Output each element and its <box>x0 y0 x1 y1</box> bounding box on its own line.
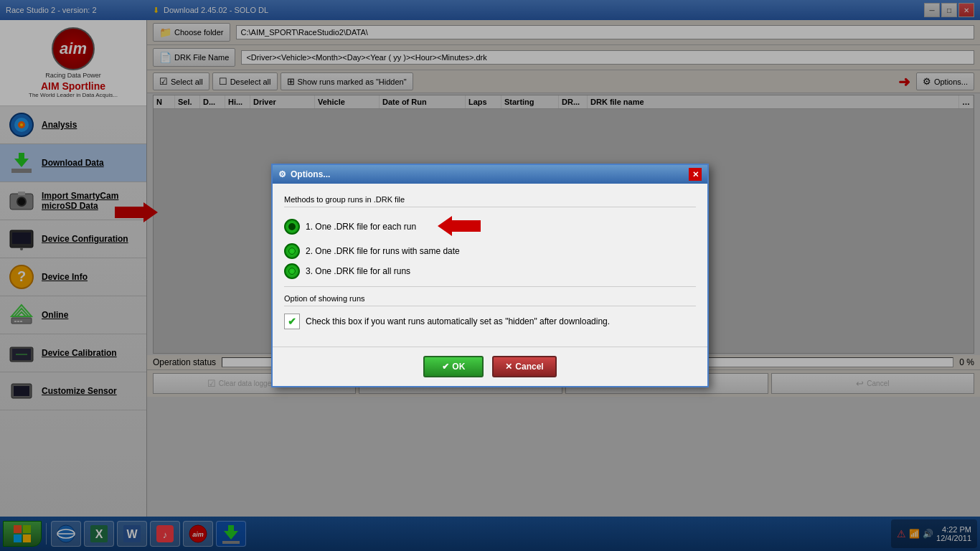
option2-label: 2. One .DRK file for runs with same date <box>306 246 460 256</box>
dialog-close-button[interactable]: ✕ <box>689 168 702 181</box>
dialog-buttons: ✔ OK ✕ Cancel <box>273 347 707 386</box>
options-dialog-overlay: ⚙ Options... ✕ Methods to group runs in … <box>0 0 980 551</box>
ok-checkmark-icon: ✔ <box>442 362 449 372</box>
radio2-icon <box>284 243 300 259</box>
options-dialog: ⚙ Options... ✕ Methods to group runs in … <box>271 164 709 387</box>
cancel-x-icon: ✕ <box>505 362 512 372</box>
option3-label: 3. One .DRK file for all runs <box>306 266 410 276</box>
dialog-body: Methods to group runs in .DRK file 1. On… <box>273 184 707 347</box>
option1-radio[interactable]: 1. One .DRK file for each run <box>284 219 416 235</box>
checkbox-label: Check this box if you want runs automati… <box>306 316 610 326</box>
dialog-title-icon: ⚙ <box>278 169 286 179</box>
section2-title: Option of showing runs <box>284 294 696 306</box>
dialog-title-text: Options... <box>291 169 330 179</box>
option1-arrow <box>430 216 481 238</box>
dialog-separator <box>284 286 696 287</box>
option3-radio[interactable]: 3. One .DRK file for all runs <box>284 263 696 279</box>
ok-button[interactable]: ✔ OK <box>423 356 484 377</box>
ok-label: OK <box>452 362 465 372</box>
checkbox-row[interactable]: ✔ Check this box if you want runs automa… <box>284 314 696 329</box>
section1-title: Methods to group runs in .DRK file <box>284 195 696 207</box>
dialog-cancel-label: Cancel <box>515 362 543 372</box>
checkbox-icon: ✔ <box>284 314 300 329</box>
radio1-icon <box>284 219 300 235</box>
svg-marker-29 <box>438 216 481 236</box>
dialog-cancel-button[interactable]: ✕ Cancel <box>492 356 556 377</box>
option1-label: 1. One .DRK file for each run <box>306 222 416 232</box>
radio3-icon <box>284 263 300 279</box>
dialog-title-bar: ⚙ Options... ✕ <box>273 165 707 184</box>
option1-row: 1. One .DRK file for each run <box>284 215 696 239</box>
option2-radio[interactable]: 2. One .DRK file for runs with same date <box>284 243 696 259</box>
